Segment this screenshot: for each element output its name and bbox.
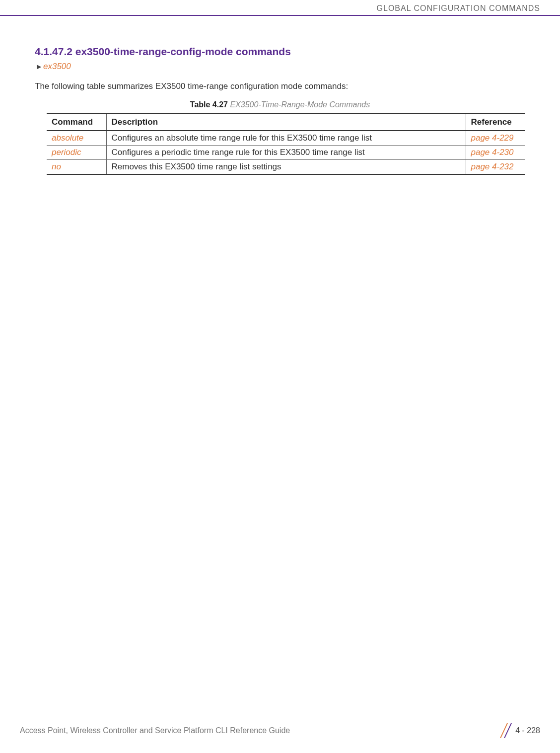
chapter-title: GLOBAL CONFIGURATION COMMANDS [377, 4, 540, 12]
command-link[interactable]: absolute [52, 133, 83, 143]
slash-decoration-icon [495, 723, 508, 738]
breadcrumb-link[interactable]: ex3500 [43, 62, 71, 72]
table-header-row: Command Description Reference [47, 114, 525, 131]
intro-paragraph: The following table summarizes EX3500 ti… [35, 81, 525, 91]
section-heading: 4.1.47.2 ex3500-time-range-config-mode c… [35, 46, 525, 58]
table-caption: Table 4.27 EX3500-Time-Range-Mode Comman… [35, 100, 525, 109]
triangle-right-icon: ▶ [37, 63, 41, 70]
page-content: 4.1.47.2 ex3500-time-range-config-mode c… [0, 16, 560, 175]
table-row: absolute Configures an absolute time ran… [47, 131, 525, 146]
table-row: periodic Configures a periodic time rang… [47, 146, 525, 160]
command-link[interactable]: periodic [52, 148, 81, 157]
footer-doc-title: Access Point, Wireless Controller and Se… [20, 726, 290, 735]
command-link[interactable]: no [52, 162, 61, 171]
reference-link[interactable]: page 4-229 [471, 133, 514, 143]
commands-table: Command Description Reference absolute C… [47, 113, 525, 175]
page-number: 4 - 228 [515, 726, 540, 735]
page-header: GLOBAL CONFIGURATION COMMANDS [0, 0, 560, 16]
reference-link[interactable]: page 4-230 [471, 148, 514, 157]
breadcrumb: ▶ ex3500 [37, 62, 525, 72]
command-description: Configures an absolute time range rule f… [106, 131, 466, 146]
table-caption-title: EX3500-Time-Range-Mode Commands [230, 100, 370, 109]
table-row: no Removes this EX3500 time range list s… [47, 160, 525, 175]
table-caption-label: Table 4.27 [190, 100, 228, 109]
command-description: Removes this EX3500 time range list sett… [106, 160, 466, 175]
page-footer: Access Point, Wireless Controller and Se… [0, 723, 560, 738]
reference-link[interactable]: page 4-232 [471, 162, 514, 171]
th-reference: Reference [466, 114, 525, 131]
command-description: Configures a periodic time range rule fo… [106, 146, 466, 160]
th-description: Description [106, 114, 466, 131]
th-command: Command [47, 114, 106, 131]
footer-right: 4 - 228 [495, 723, 540, 738]
